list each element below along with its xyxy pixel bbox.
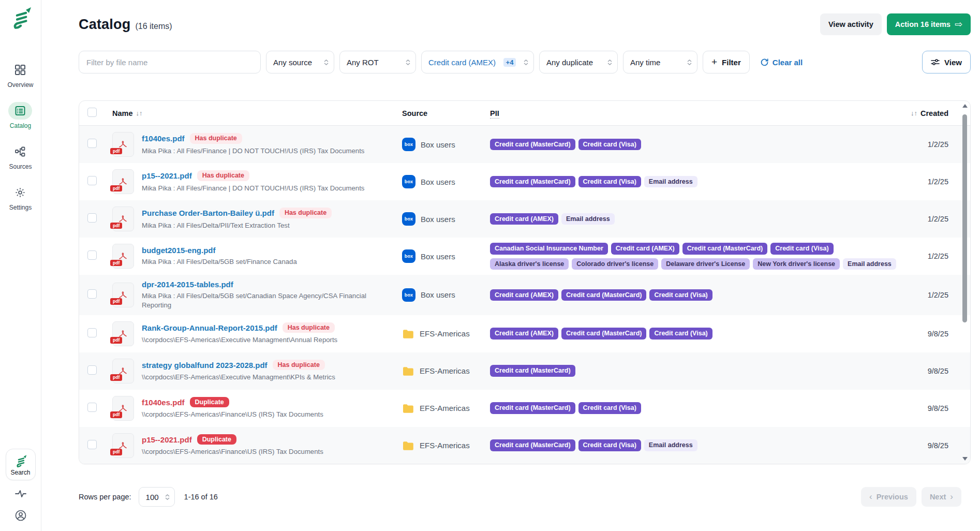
row-checkbox[interactable] — [87, 365, 97, 375]
column-header-name[interactable]: Name ↓↑ — [112, 109, 402, 117]
clear-all-label: Clear all — [773, 58, 803, 67]
arrow-right-icon: ⇨ — [955, 20, 962, 29]
file-name-filter-input[interactable] — [79, 51, 261, 73]
file-name-link[interactable]: p15--2021.pdf — [142, 171, 192, 180]
row-checkbox[interactable] — [87, 139, 97, 148]
pulse-icon[interactable] — [14, 489, 27, 501]
time-filter-dropdown[interactable]: Any time — [623, 51, 697, 73]
action-items-button[interactable]: Action 16 items ⇨ — [887, 13, 971, 35]
previous-page-button[interactable]: ‹ Previous — [861, 487, 916, 507]
table-row[interactable]: pdf p15--2021.pdf Duplicate \\corpdocs\E… — [79, 427, 970, 464]
row-checkbox[interactable] — [87, 440, 97, 449]
pdf-badge: pdf — [110, 337, 122, 344]
user-icon[interactable] — [14, 509, 27, 524]
view-activity-label: View activity — [828, 20, 873, 28]
pagination-range: 1-16 of 16 — [184, 493, 218, 501]
table-row[interactable]: pdf strategy globalfund 2023-2028.pdf Ha… — [79, 352, 970, 390]
sidebar-item-label: Catalog — [10, 122, 31, 129]
pii-tag: Credit card (Visa) — [578, 176, 641, 188]
rows-per-page-select[interactable]: 100 — [139, 487, 175, 507]
search-label: Search — [10, 469, 30, 476]
filter-bar: Any source Any ROT Credit card (AMEX) +4… — [79, 51, 971, 73]
created-date: 9/8/25 — [905, 404, 962, 412]
scroll-down-icon[interactable] — [962, 457, 968, 461]
file-path: \\corpdocs\EFS-Americas\Finance\US (IRS)… — [142, 410, 323, 419]
duplicate-badge: Has duplicate — [279, 208, 332, 218]
file-path: \\corpdocs\EFS-Americas\Finance\US (IRS)… — [142, 447, 323, 456]
file-path: \\corpdocs\EFS-Americas\Executive Managm… — [142, 373, 335, 382]
add-filter-button[interactable]: + Filter — [703, 51, 750, 73]
sidebar: Overview Catalog Sources — [0, 0, 41, 531]
table-row[interactable]: pdf dpr-2014-2015-tables.pdf Mika Pika :… — [79, 275, 970, 315]
table-row[interactable]: pdf f1040es.pdf Duplicate \\corpdocs\EFS… — [79, 390, 970, 427]
pii-filter-count-badge: +4 — [503, 58, 516, 67]
row-checkbox[interactable] — [87, 289, 97, 299]
pii-tag: Credit card (Visa) — [770, 243, 833, 255]
rot-filter-dropdown[interactable]: Any ROT — [339, 51, 416, 73]
chevron-updown-icon — [324, 60, 329, 65]
clear-all-button[interactable]: Clear all — [760, 58, 803, 67]
pdf-badge: pdf — [110, 449, 122, 455]
table-scrollbar[interactable] — [961, 103, 969, 462]
sidebar-item-label: Settings — [9, 204, 32, 211]
rows-per-page-label: Rows per page: — [79, 493, 131, 501]
source-filter-dropdown[interactable]: Any source — [266, 51, 334, 73]
pii-tag: Colorado driver's license — [572, 258, 658, 270]
pii-tag: Credit card (MasterCard) — [490, 176, 575, 188]
scrollbar-thumb[interactable] — [962, 114, 967, 322]
action-items-label: Action 16 items — [895, 20, 951, 28]
file-name-link[interactable]: f1040es.pdf — [142, 398, 185, 407]
pdf-badge: pdf — [110, 298, 122, 305]
dropdown-label: Any source — [273, 58, 312, 67]
sidebar-item-label: Sources — [9, 163, 32, 170]
brand-logo-icon — [9, 5, 33, 31]
table-row[interactable]: pdf budget2015-eng.pdf Mika Pika : All F… — [79, 238, 970, 275]
row-checkbox[interactable] — [87, 328, 97, 337]
sidebar-item-sources[interactable]: Sources — [8, 143, 32, 170]
pdf-badge: pdf — [110, 148, 122, 155]
grid-icon — [8, 61, 32, 79]
source-label: EFS-Americas — [420, 404, 470, 412]
row-checkbox[interactable] — [87, 176, 97, 185]
pii-tags: Credit card (MasterCard)Credit card (Vis… — [490, 139, 905, 151]
table-row[interactable]: pdf f1040es.pdf Has duplicate Mika Pika … — [79, 126, 970, 163]
file-name-link[interactable]: dpr-2014-2015-tables.pdf — [142, 280, 233, 289]
pii-filter-dropdown[interactable]: Credit card (AMEX) +4 — [421, 51, 534, 73]
pii-tag: Canadian Social Insurance Number — [490, 243, 608, 255]
file-name-link[interactable]: Rank-Group-Annual-Report-2015.pdf — [142, 323, 277, 332]
catalog-table: Name ↓↑ Source PII ↓↑ Created pdf — [79, 100, 971, 464]
pii-tags: Credit card (AMEX)Credit card (MasterCar… — [490, 328, 905, 340]
pdf-badge: pdf — [110, 260, 122, 267]
row-checkbox[interactable] — [87, 213, 97, 223]
pdf-file-icon: pdf — [112, 359, 134, 384]
sidebar-item-catalog[interactable]: Catalog — [8, 102, 32, 129]
pii-tag: Credit card (AMEX) — [490, 328, 558, 340]
row-checkbox[interactable] — [87, 250, 97, 260]
table-row[interactable]: pdf Purchase Order-Barton-Bailey ü.pdf H… — [79, 200, 970, 238]
items-count: (16 items) — [135, 22, 172, 31]
column-header-created[interactable]: ↓↑ Created — [905, 109, 962, 117]
box-source-icon: box — [402, 212, 415, 226]
pii-tag: Alaska driver's license — [490, 258, 569, 270]
pii-tag: Credit card (MasterCard) — [490, 402, 575, 414]
duplicate-filter-dropdown[interactable]: Any duplicate — [539, 51, 618, 73]
table-row[interactable]: pdf Rank-Group-Annual-Report-2015.pdf Ha… — [79, 315, 970, 352]
file-name-link[interactable]: strategy globalfund 2023-2028.pdf — [142, 361, 268, 370]
sidebar-item-settings[interactable]: Settings — [8, 184, 32, 211]
folder-icon — [402, 328, 414, 340]
view-options-button[interactable]: View — [922, 51, 971, 73]
sidebar-item-overview[interactable]: Overview — [7, 61, 33, 89]
view-activity-button[interactable]: View activity — [820, 13, 882, 35]
row-checkbox[interactable] — [87, 403, 97, 412]
file-name-link[interactable]: f1040es.pdf — [142, 134, 185, 143]
file-name-link[interactable]: Purchase Order-Barton-Bailey ü.pdf — [142, 209, 274, 217]
source-label: Box users — [421, 252, 455, 261]
sort-icon: ↓↑ — [911, 109, 917, 117]
table-row[interactable]: pdf p15--2021.pdf Has duplicate Mika Pik… — [79, 163, 970, 200]
file-name-link[interactable]: budget2015-eng.pdf — [142, 246, 216, 255]
next-page-button[interactable]: Next › — [922, 487, 961, 507]
search-launcher[interactable]: Search — [6, 449, 36, 480]
select-all-checkbox[interactable] — [87, 108, 97, 117]
file-name-link[interactable]: p15--2021.pdf — [142, 435, 192, 444]
scroll-up-icon[interactable] — [962, 104, 968, 108]
